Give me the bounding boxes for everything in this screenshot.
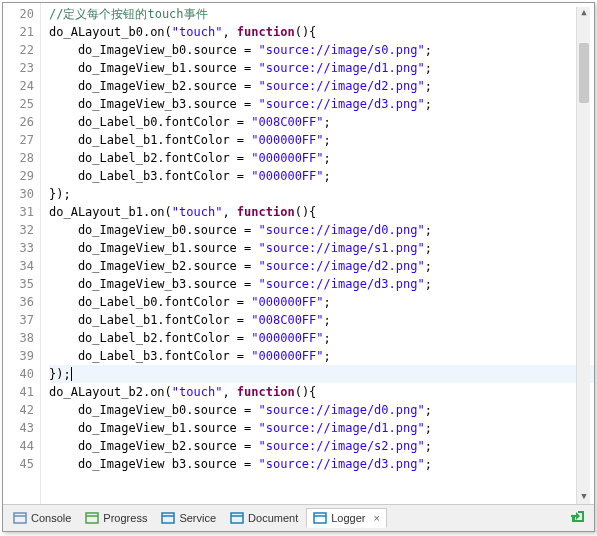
code-line[interactable]: do_ImageView_b0.source = "source://image… bbox=[49, 41, 594, 59]
code-line[interactable]: do_ALayout_b2.on("touch", function(){ bbox=[49, 383, 594, 401]
tab-label: Service bbox=[179, 512, 216, 524]
scroll-thumb[interactable] bbox=[579, 43, 589, 103]
share-icon[interactable] bbox=[570, 510, 590, 527]
tab-console[interactable]: Console bbox=[7, 509, 77, 527]
line-number: 22 bbox=[3, 41, 40, 59]
tab-document[interactable]: Document bbox=[224, 509, 304, 527]
tab-progress[interactable]: Progress bbox=[79, 509, 153, 527]
line-number: 21 bbox=[3, 23, 40, 41]
code-line[interactable]: do_Label_b3.fontColor = "000000FF"; bbox=[49, 347, 594, 365]
code-line[interactable]: do_Label_b2.fontColor = "000000FF"; bbox=[49, 149, 594, 167]
svg-rect-6 bbox=[231, 513, 243, 523]
code-line[interactable]: do_ImageView_b1.source = "source://image… bbox=[49, 59, 594, 77]
line-number: 20 bbox=[3, 5, 40, 23]
code-line[interactable]: }); bbox=[49, 185, 594, 203]
vertical-scrollbar[interactable]: ▲ ▼ bbox=[576, 7, 590, 504]
tab-label: Progress bbox=[103, 512, 147, 524]
code-line[interactable]: do_ImageView_b0.source = "source://image… bbox=[49, 401, 594, 419]
code-editor[interactable]: 2021222324252627282930313233343536373839… bbox=[3, 3, 594, 504]
code-line[interactable]: do_ImageView_b1.source = "source://image… bbox=[49, 239, 594, 257]
line-number: 29 bbox=[3, 167, 40, 185]
line-number: 23 bbox=[3, 59, 40, 77]
code-line[interactable]: do_ImageView_b2.source = "source://image… bbox=[49, 257, 594, 275]
line-number: 28 bbox=[3, 149, 40, 167]
code-line[interactable]: do_Label_b0.fontColor = "000000FF"; bbox=[49, 293, 594, 311]
code-content[interactable]: //定义每个按钮的touch事件do_ALayout_b0.on("touch"… bbox=[41, 3, 594, 504]
scroll-up-arrow[interactable]: ▲ bbox=[577, 7, 591, 21]
tab-label: Document bbox=[248, 512, 298, 524]
line-number: 36 bbox=[3, 293, 40, 311]
line-number: 42 bbox=[3, 401, 40, 419]
logger-icon bbox=[313, 512, 327, 524]
line-number: 25 bbox=[3, 95, 40, 113]
code-line[interactable]: do_ImageView_b3.source = "source://image… bbox=[49, 275, 594, 293]
code-line[interactable]: do_Label_b0.fontColor = "008C00FF"; bbox=[49, 113, 594, 131]
svg-rect-8 bbox=[314, 513, 326, 523]
close-icon[interactable]: × bbox=[373, 512, 379, 524]
editor-window: 2021222324252627282930313233343536373839… bbox=[2, 2, 595, 532]
code-line[interactable]: //定义每个按钮的touch事件 bbox=[49, 5, 594, 23]
line-number: 35 bbox=[3, 275, 40, 293]
code-line[interactable]: do_ImageView_b1.source = "source://image… bbox=[49, 419, 594, 437]
line-number: 39 bbox=[3, 347, 40, 365]
code-line[interactable]: do_Label_b3.fontColor = "000000FF"; bbox=[49, 167, 594, 185]
tab-logger[interactable]: Logger× bbox=[306, 508, 387, 528]
line-number: 43 bbox=[3, 419, 40, 437]
line-number: 31 bbox=[3, 203, 40, 221]
line-number: 30 bbox=[3, 185, 40, 203]
line-number: 44 bbox=[3, 437, 40, 455]
line-number: 41 bbox=[3, 383, 40, 401]
line-number: 27 bbox=[3, 131, 40, 149]
code-line[interactable]: do_ImageView_b0.source = "source://image… bbox=[49, 221, 594, 239]
line-number: 40 bbox=[3, 365, 40, 383]
tab-label: Logger bbox=[331, 512, 365, 524]
service-icon bbox=[161, 512, 175, 524]
code-line[interactable]: do_ImageView_b2.source = "source://image… bbox=[49, 77, 594, 95]
console-icon bbox=[13, 512, 27, 524]
line-number: 26 bbox=[3, 113, 40, 131]
scroll-down-arrow[interactable]: ▼ bbox=[577, 491, 591, 504]
code-line[interactable]: do_ImageView_b2.source = "source://image… bbox=[49, 437, 594, 455]
code-line[interactable]: do_Label_b1.fontColor = "000000FF"; bbox=[49, 131, 594, 149]
line-number: 45 bbox=[3, 455, 40, 473]
line-number: 32 bbox=[3, 221, 40, 239]
code-line[interactable]: do_Label_b2.fontColor = "000000FF"; bbox=[49, 329, 594, 347]
svg-rect-4 bbox=[162, 513, 174, 523]
tab-label: Console bbox=[31, 512, 71, 524]
code-line[interactable]: do_ImageView_b3.source = "source://image… bbox=[49, 95, 594, 113]
svg-rect-2 bbox=[86, 513, 98, 523]
tab-service[interactable]: Service bbox=[155, 509, 222, 527]
code-line[interactable]: do_Label_b1.fontColor = "008C00FF"; bbox=[49, 311, 594, 329]
document-icon bbox=[230, 512, 244, 524]
code-line[interactable]: do_ImageView b3.source = "source://image… bbox=[49, 455, 594, 473]
progress-icon bbox=[85, 512, 99, 524]
line-number: 37 bbox=[3, 311, 40, 329]
text-cursor bbox=[71, 367, 72, 381]
code-line[interactable]: do_ALayout_b0.on("touch", function(){ bbox=[49, 23, 594, 41]
code-line[interactable]: }); bbox=[49, 365, 594, 383]
line-gutter: 2021222324252627282930313233343536373839… bbox=[3, 3, 41, 504]
code-line[interactable]: do_ALayout_b1.on("touch", function(){ bbox=[49, 203, 594, 221]
line-number: 33 bbox=[3, 239, 40, 257]
line-number: 38 bbox=[3, 329, 40, 347]
bottom-tabs-bar: ConsoleProgressServiceDocumentLogger× bbox=[3, 504, 594, 531]
line-number: 34 bbox=[3, 257, 40, 275]
line-number: 24 bbox=[3, 77, 40, 95]
svg-rect-0 bbox=[14, 513, 26, 523]
